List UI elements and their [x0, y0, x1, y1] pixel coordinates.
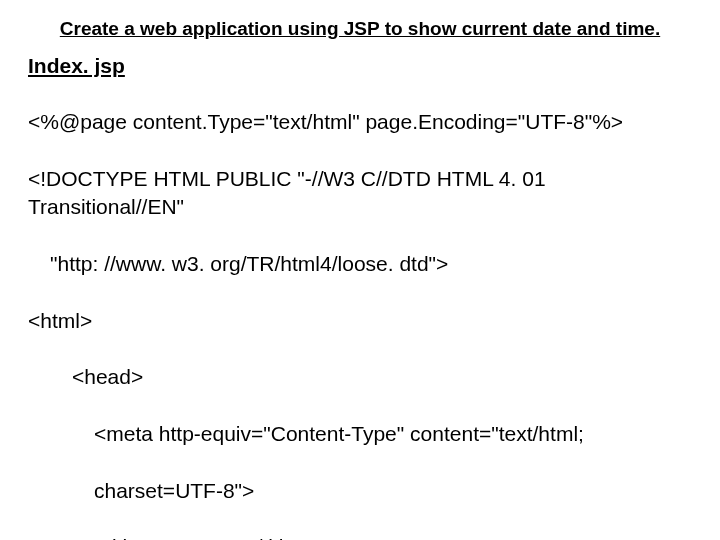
- filename-label: Index. jsp: [28, 52, 692, 80]
- page-title: Create a web application using JSP to sh…: [28, 16, 692, 42]
- code-block: <%@page content.Type="text/html" page.En…: [28, 80, 692, 540]
- code-line: <head>: [28, 363, 692, 391]
- code-line: <meta http-equiv="Content-Type" content=…: [28, 420, 692, 448]
- code-line: <%@page content.Type="text/html" page.En…: [28, 108, 692, 136]
- code-line: "http: //www. w3. org/TR/html4/loose. dt…: [28, 250, 692, 278]
- code-line: <!DOCTYPE HTML PUBLIC "-//W3 C//DTD HTML…: [28, 165, 692, 222]
- code-line: charset=UTF-8">: [28, 477, 692, 505]
- code-line: <html>: [28, 307, 692, 335]
- code-line: <title>JSP Page</title>: [28, 533, 692, 540]
